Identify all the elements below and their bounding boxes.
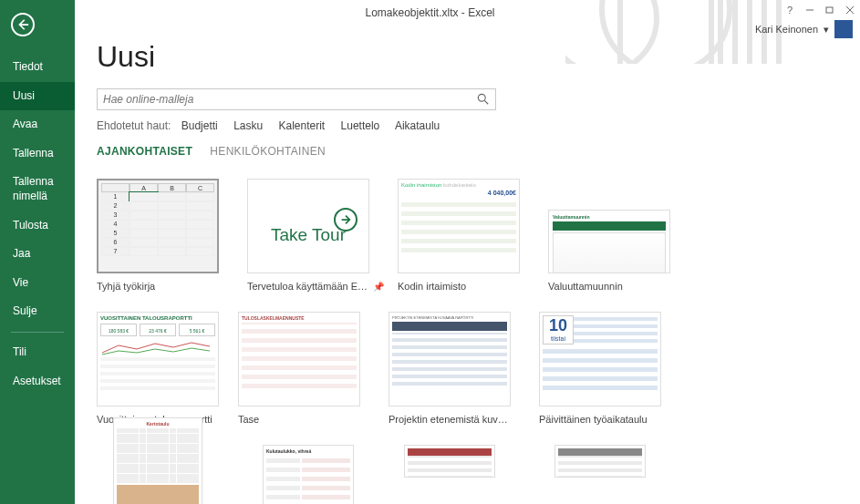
sidebar-item-tulosta[interactable]: Tulosta bbox=[0, 211, 75, 241]
template-thumbnail bbox=[554, 445, 646, 478]
template-project-progress[interactable]: PROJEKTIN ETENEMISTÄ KUVAAVA RAPORTTI Pr… bbox=[389, 312, 530, 425]
sidebar-item-sulje[interactable]: Sulje bbox=[0, 297, 75, 326]
sidebar: Tiedot Uusi Avaa Tallenna Tallenna nimel… bbox=[0, 0, 75, 504]
template-multiplication-table[interactable]: Kertotaulu Kertotaulu bbox=[97, 445, 238, 504]
tab-henkilokohtainen[interactable]: HENKILÖKOHTAINEN bbox=[210, 145, 326, 158]
template-thumbnail: Take Tour bbox=[247, 179, 369, 273]
template-thumbnail: TULOSLASKELMAENNUSTE bbox=[238, 312, 360, 406]
back-button[interactable] bbox=[11, 13, 35, 36]
template-label: Päivittäinen työaikataulu bbox=[539, 414, 661, 425]
template-small-business-expenses[interactable]: Kulutaulukko, vihreä Pienyritysten kulut… bbox=[247, 445, 389, 504]
template-card[interactable] bbox=[389, 445, 530, 504]
suggest-luettelo[interactable]: Luettelo bbox=[341, 119, 380, 132]
template-grid: ABC 1 2 3 4 5 6 7 Tyhjä työkirja bbox=[97, 179, 838, 504]
tab-ajankohtaiset[interactable]: AJANKOHTAISET bbox=[97, 145, 192, 158]
template-label: Valuuttamuunnin bbox=[548, 281, 670, 292]
template-currency-converter[interactable]: Valuuttamuunnin Valuuttamuunnin bbox=[548, 179, 689, 292]
svg-line-13 bbox=[484, 100, 488, 104]
suggest-lasku[interactable]: Lasku bbox=[233, 119, 263, 132]
suggest-budjetti[interactable]: Budjetti bbox=[181, 119, 218, 132]
main-content: Uusi Ehdotetut haut: Budjetti Lasku Kale… bbox=[75, 0, 847, 504]
template-blank-workbook[interactable]: ABC 1 2 3 4 5 6 7 Tyhjä työkirja bbox=[97, 179, 238, 292]
template-thumbnail bbox=[404, 445, 495, 478]
template-label: Projektin etenemistä kuvaava ra... bbox=[389, 414, 511, 425]
search-icon[interactable] bbox=[477, 93, 490, 106]
template-card[interactable] bbox=[539, 445, 680, 504]
template-label: Kodin irtaimisto bbox=[398, 281, 520, 292]
template-daily-schedule[interactable]: 10 tiistai Päivittäinen työaikataulu bbox=[539, 312, 680, 425]
sidebar-separator bbox=[11, 332, 64, 333]
suggested-label: Ehdotetut haut: bbox=[97, 119, 171, 132]
tour-text: Take Tour bbox=[271, 226, 346, 245]
sidebar-item-tili[interactable]: Tili bbox=[0, 338, 75, 367]
search-input[interactable] bbox=[103, 93, 477, 106]
page-title: Uusi bbox=[97, 40, 825, 74]
svg-point-12 bbox=[478, 94, 485, 101]
template-thumbnail: Valuuttamuunnin bbox=[548, 210, 670, 273]
template-home-inventory[interactable]: Kodin irtaimiston kohdeluettelo 4 040,00… bbox=[398, 179, 539, 292]
template-scroll-area[interactable]: ABC 1 2 3 4 5 6 7 Tyhjä työkirja bbox=[97, 179, 847, 504]
pin-icon[interactable]: 📌 bbox=[373, 282, 384, 292]
template-thumbnail: VUOSITTAINEN TALOUSRAPORTTI 180 583 € 23… bbox=[97, 312, 219, 406]
template-thumbnail: Kodin irtaimiston kohdeluettelo 4 040,00… bbox=[398, 179, 520, 273]
sidebar-item-tiedot[interactable]: Tiedot bbox=[0, 53, 75, 82]
template-tabs: AJANKOHTAISET HENKILÖKOHTAINEN bbox=[97, 145, 825, 158]
template-annual-financial-report[interactable]: VUOSITTAINEN TALOUSRAPORTTI 180 583 € 23… bbox=[97, 312, 238, 425]
suggest-aikataulu[interactable]: Aikataulu bbox=[395, 119, 440, 132]
template-income-statement[interactable]: TULOSLASKELMAENNUSTE Tase bbox=[238, 312, 379, 425]
template-thumbnail: Kertotaulu bbox=[113, 417, 202, 504]
suggested-searches: Ehdotetut haut: Budjetti Lasku Kalenteri… bbox=[97, 119, 825, 132]
sidebar-item-avaa[interactable]: Avaa bbox=[0, 110, 75, 139]
template-label: Tyhjä työkirja bbox=[97, 281, 219, 292]
template-thumbnail: PROJEKTIN ETENEMISTÄ KUVAAVA RAPORTTI bbox=[389, 312, 511, 406]
sidebar-item-tallenna-nimella[interactable]: Tallenna nimellä bbox=[0, 168, 75, 211]
suggest-kalenterit[interactable]: Kalenterit bbox=[279, 119, 326, 132]
template-thumbnail: 10 tiistai bbox=[539, 312, 661, 406]
template-thumbnail: Kulutaulukko, vihreä bbox=[263, 445, 354, 504]
sidebar-item-asetukset[interactable]: Asetukset bbox=[0, 367, 75, 396]
template-label: Tase bbox=[238, 414, 360, 425]
search-box[interactable] bbox=[97, 88, 496, 110]
template-welcome-tour[interactable]: Take Tour Tervetuloa käyttämään Exceliä … bbox=[247, 179, 389, 292]
sidebar-item-vie[interactable]: Vie bbox=[0, 269, 75, 298]
sidebar-item-uusi[interactable]: Uusi bbox=[0, 82, 75, 111]
sidebar-item-jaa[interactable]: Jaa bbox=[0, 240, 75, 269]
template-thumbnail: ABC 1 2 3 4 5 6 7 bbox=[97, 179, 219, 273]
sidebar-item-tallenna[interactable]: Tallenna bbox=[0, 139, 75, 169]
template-label: Tervetuloa käyttämään Exceliä bbox=[247, 281, 369, 292]
